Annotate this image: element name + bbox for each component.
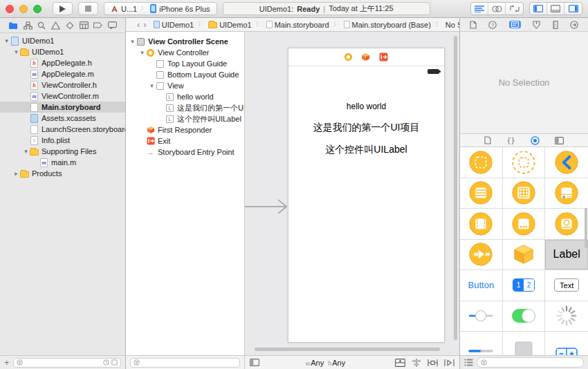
library-item-collection-view-controller[interactable] xyxy=(503,178,546,209)
ui-label-hello-world[interactable]: hello world xyxy=(288,102,444,111)
report-navigator-icon[interactable] xyxy=(108,21,117,29)
breadcrumb-group[interactable]: UIDemo1 xyxy=(208,21,251,29)
file-row[interactable]: Assets.xcassets xyxy=(0,113,125,124)
outline-row-exit[interactable]: Exit xyxy=(126,135,244,146)
breakpoint-navigator-icon[interactable] xyxy=(93,22,102,28)
source-control-status-icon[interactable] xyxy=(111,359,118,366)
assistant-editor-button[interactable] xyxy=(488,3,506,15)
outline-row-view-controller[interactable]: ▾ View Controller xyxy=(126,47,244,58)
ui-label-first-project[interactable]: 这是我们的第一个UI项目 xyxy=(288,122,444,134)
media-library-icon[interactable] xyxy=(555,137,564,144)
outline-row-label[interactable]: L 这是我们的第一个UI项目 xyxy=(126,102,244,113)
quick-help-inspector-icon[interactable]: ? xyxy=(488,21,497,29)
debug-navigator-icon[interactable] xyxy=(80,21,89,29)
disclosure-triangle[interactable]: ▾ xyxy=(148,82,156,89)
search-navigator-icon[interactable] xyxy=(37,21,46,30)
library-item-activity-indicator[interactable] xyxy=(545,301,588,332)
project-navigator-icon[interactable] xyxy=(8,21,18,30)
navigator-filter-field[interactable] xyxy=(13,358,121,368)
breadcrumb-localization[interactable]: Main.storyboard (Base) xyxy=(344,21,431,29)
outline-row-label[interactable]: L 这个控件叫UILabel xyxy=(126,113,244,124)
library-item-navigation-controller[interactable] xyxy=(545,147,588,178)
library-item-text-field[interactable]: Text xyxy=(545,270,588,301)
breadcrumb-project[interactable]: UIDemo1 xyxy=(154,21,194,29)
exit-icon[interactable] xyxy=(379,53,388,62)
add-button[interactable]: + xyxy=(4,358,10,367)
disclosure-triangle[interactable]: ▾ xyxy=(3,37,10,44)
minimize-window-button[interactable] xyxy=(19,5,28,13)
file-row-group[interactable]: ▸ Products xyxy=(0,168,125,179)
attributes-inspector-icon[interactable] xyxy=(533,21,540,29)
storyboard-entry-point-arrow[interactable] xyxy=(245,198,288,215)
file-row[interactable]: LaunchScreen.storyboard xyxy=(0,124,125,135)
standard-editor-button[interactable] xyxy=(471,3,488,15)
toggle-navigator-button[interactable] xyxy=(530,3,547,15)
resolve-autolayout-icon[interactable] xyxy=(444,359,454,367)
outline-row-first-responder[interactable]: First Responder xyxy=(126,124,244,135)
align-icon[interactable] xyxy=(412,359,421,367)
library-view-mode-toggle-icon[interactable] xyxy=(464,359,473,366)
view-controller-scene[interactable]: hello world 这是我们的第一个UI项目 这个控件叫UILabel xyxy=(288,48,445,343)
toggle-utilities-button[interactable] xyxy=(564,3,582,15)
library-item-button[interactable]: Button xyxy=(460,270,503,301)
disclosure-triangle[interactable]: ▾ xyxy=(12,48,20,55)
file-template-library-icon[interactable] xyxy=(484,136,491,144)
connections-inspector-icon[interactable] xyxy=(570,21,578,29)
file-row-project[interactable]: ▾ UIDemo1 xyxy=(0,35,125,46)
library-item-storyboard-reference[interactable] xyxy=(503,147,546,178)
disclosure-triangle[interactable]: ▾ xyxy=(138,49,146,56)
library-item-glkit-view-controller[interactable] xyxy=(503,209,546,240)
stop-button[interactable] xyxy=(78,2,98,15)
file-row[interactable]: h ViewController.h xyxy=(0,79,125,91)
library-item-page-control[interactable] xyxy=(503,332,546,355)
disclosure-triangle[interactable]: ▸ xyxy=(12,170,20,177)
outline-row-label[interactable]: L hello world xyxy=(126,91,244,102)
object-library-icon-selected[interactable] xyxy=(531,136,540,145)
view-controller-icon[interactable] xyxy=(344,53,352,61)
outline-row-view[interactable]: ▾ View xyxy=(126,80,244,91)
file-row[interactable]: h AppDelegate.h xyxy=(0,57,125,68)
library-item-table-view-controller[interactable] xyxy=(460,178,503,209)
disclosure-triangle[interactable]: ▾ xyxy=(129,38,136,45)
pin-constraints-icon[interactable] xyxy=(428,359,438,367)
library-search-field[interactable] xyxy=(477,357,584,368)
ui-label-uilabel[interactable]: 这个控件叫UILabel xyxy=(288,144,444,156)
symbol-navigator-icon[interactable] xyxy=(24,21,33,30)
library-item-label-selected[interactable]: Label xyxy=(545,240,588,271)
outline-row-bottom-guide[interactable]: Bottom Layout Guide xyxy=(126,69,244,80)
library-item-segmented-control[interactable]: 1 2 xyxy=(503,270,546,301)
library-item-tab-bar-controller[interactable] xyxy=(545,178,588,209)
toggle-document-outline-icon[interactable] xyxy=(250,359,259,366)
file-row[interactable]: m ViewController.m xyxy=(0,91,125,102)
canvas-vertical-scrollbar[interactable] xyxy=(454,36,457,340)
zoom-window-button[interactable] xyxy=(33,5,42,13)
outline-row-entry-point[interactable]: → Storyboard Entry Point xyxy=(126,146,244,158)
issue-navigator-icon[interactable] xyxy=(51,21,60,30)
library-scrollbar[interactable] xyxy=(585,208,587,248)
file-row[interactable]: ≡ Info.plist xyxy=(0,135,125,146)
file-row[interactable]: m AppDelegate.m xyxy=(0,68,125,79)
library-item-avkit-player-view-controller[interactable] xyxy=(545,209,588,240)
code-snippet-library-icon[interactable]: {} xyxy=(506,137,515,144)
outline-row-scene[interactable]: ▾ View Controller Scene xyxy=(126,36,244,47)
library-item-switch[interactable] xyxy=(503,301,546,332)
run-button[interactable] xyxy=(53,2,73,15)
size-class-control[interactable]: wAny hAny xyxy=(306,359,349,367)
version-editor-button[interactable] xyxy=(506,3,523,15)
test-navigator-icon[interactable] xyxy=(66,21,74,30)
outline-filter-field[interactable] xyxy=(130,358,240,368)
library-item-slider[interactable] xyxy=(460,301,503,332)
library-item-object[interactable] xyxy=(503,240,546,271)
size-inspector-icon[interactable] xyxy=(553,21,558,29)
file-row-group[interactable]: ▾ Supporting Files xyxy=(0,146,125,157)
identity-inspector-tab-selected[interactable] xyxy=(509,21,521,28)
first-responder-icon[interactable] xyxy=(361,53,370,62)
file-row[interactable]: m main.m xyxy=(0,157,125,168)
library-item-page-view-controller[interactable] xyxy=(460,209,503,240)
breadcrumb-selection[interactable]: No Selection xyxy=(445,21,459,29)
canvas-horizontal-scrollbar[interactable] xyxy=(255,348,440,351)
close-window-button[interactable] xyxy=(6,5,14,13)
storyboard-canvas[interactable]: hello world 这是我们的第一个UI项目 这个控件叫UILabel wA… xyxy=(245,32,459,369)
embed-in-stack-icon[interactable] xyxy=(395,359,405,367)
recent-files-icon[interactable] xyxy=(103,359,109,366)
